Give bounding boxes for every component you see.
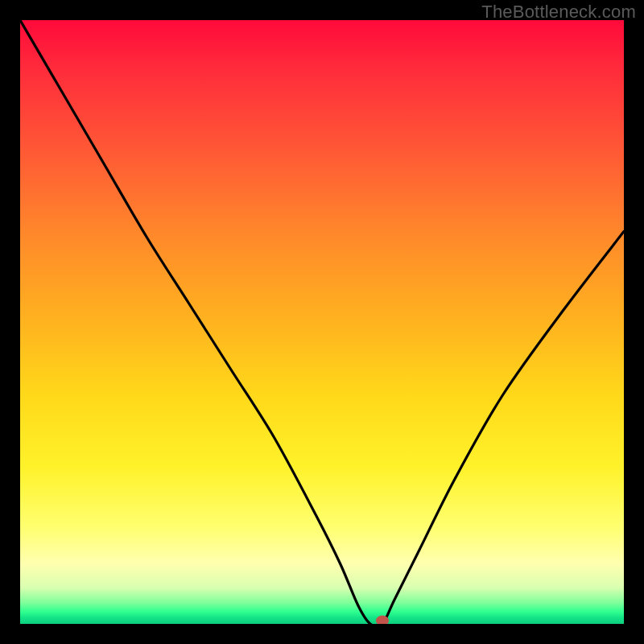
chart-frame: TheBottleneck.com — [0, 0, 644, 644]
watermark-text: TheBottleneck.com — [481, 2, 636, 23]
bottleneck-curve-path — [20, 20, 624, 624]
plot-area — [20, 20, 624, 624]
curve-svg — [20, 20, 624, 624]
